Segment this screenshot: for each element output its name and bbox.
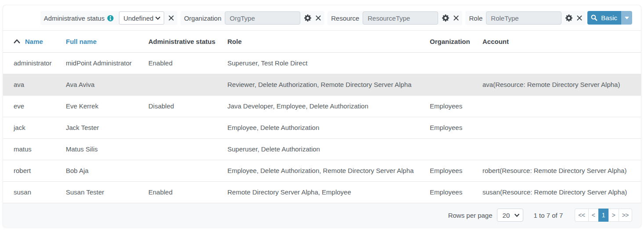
sort-ascending-icon[interactable] xyxy=(14,37,20,45)
pagination: << < 1 > >> xyxy=(575,209,632,222)
cell-role: Java Developer, Employee, Delete Authori… xyxy=(224,95,426,117)
table-row[interactable]: ava Ava Aviva Reviewer, Delete Authoriza… xyxy=(3,74,641,95)
cell-organization xyxy=(426,138,479,160)
cell-organization xyxy=(426,52,479,74)
column-header-account: Account xyxy=(479,31,641,52)
remove-resource-filter-button[interactable] xyxy=(453,15,459,21)
cell-administrative-status xyxy=(144,74,224,95)
column-header-organization: Organization xyxy=(426,31,479,52)
search-basic-button[interactable]: Basic xyxy=(587,11,621,25)
filter-organization: Organization xyxy=(180,11,324,25)
filter-role: Role xyxy=(465,11,586,25)
users-table-panel: Administrative status Undefined Organiza… xyxy=(3,5,641,227)
cell-full-name: midPoint Administrator xyxy=(61,52,144,74)
cell-name[interactable]: ava xyxy=(3,74,61,95)
search-split-button: Basic xyxy=(587,11,632,25)
cell-administrative-status: Enabled xyxy=(144,181,224,203)
caret-down-icon xyxy=(625,17,629,19)
cell-account xyxy=(479,117,641,138)
cell-role: Superuser, Delete Authorization xyxy=(224,138,426,160)
info-icon[interactable] xyxy=(107,15,114,22)
cell-role: Remote Directory Server Alpha, Employee xyxy=(224,181,426,203)
resource-filter-settings-button[interactable] xyxy=(442,14,449,22)
cell-role: Reviewer, Delete Authorization, Remote D… xyxy=(224,74,426,95)
cell-name[interactable]: robert xyxy=(3,160,61,181)
cell-role: Employee, Delete Authorization xyxy=(224,117,426,138)
table-header-row: Name Full name Administrative status Rol… xyxy=(3,31,641,52)
pagination-page-1-button[interactable]: 1 xyxy=(598,209,609,222)
search-filter-bar: Administrative status Undefined Organiza… xyxy=(3,5,641,31)
column-header-administrative-status: Administrative status xyxy=(144,31,224,52)
rows-per-page-select[interactable]: 20 xyxy=(497,209,523,222)
cell-account xyxy=(479,138,641,160)
cell-full-name: Susan Tester xyxy=(61,181,144,203)
cell-account xyxy=(479,95,641,117)
search-mode-label: Basic xyxy=(601,14,617,22)
role-filter-settings-button[interactable] xyxy=(565,14,572,22)
close-icon xyxy=(168,15,174,21)
filter-administrative-status-label: Administrative status xyxy=(44,14,104,22)
cell-full-name: Eve Kerrek xyxy=(61,95,144,117)
table-row[interactable]: susan Susan Tester Enabled Remote Direct… xyxy=(3,181,641,203)
cell-full-name: Jack Tester xyxy=(61,117,144,138)
pagination-next-button[interactable]: > xyxy=(608,209,619,222)
cell-administrative-status xyxy=(144,160,224,181)
cell-account xyxy=(479,52,641,74)
cell-name[interactable]: matus xyxy=(3,138,61,160)
cell-full-name: Bob Aja xyxy=(61,160,144,181)
cell-role: Employee, Delete Authorization, Remote D… xyxy=(224,160,426,181)
pagination-count-label: 1 to 7 of 7 xyxy=(534,212,563,219)
table-row[interactable]: matus Matus Silis Superuser, Delete Auth… xyxy=(3,138,641,160)
pagination-first-button[interactable]: << xyxy=(575,209,588,222)
cell-name[interactable]: susan xyxy=(3,181,61,203)
table-footer: Rows per page 20 1 to 7 of 7 << < 1 > >> xyxy=(3,203,641,227)
remove-administrative-status-filter-button[interactable] xyxy=(168,15,174,21)
pagination-last-button[interactable]: >> xyxy=(619,209,632,222)
cell-account: robert(Resource: Remote Directory Server… xyxy=(479,160,641,181)
organization-filter-settings-button[interactable] xyxy=(304,14,311,22)
gear-icon xyxy=(304,14,311,22)
table-row[interactable]: administrator midPoint Administrator Ena… xyxy=(3,52,641,74)
cell-account: ava(Resource: Remote Directory Server Al… xyxy=(479,74,641,95)
column-header-role: Role xyxy=(224,31,426,52)
cell-role: Superuser, Test Role Direct xyxy=(224,52,426,74)
close-icon xyxy=(576,15,583,21)
close-icon xyxy=(453,15,459,21)
cell-administrative-status xyxy=(144,117,224,138)
cell-administrative-status: Disabled xyxy=(144,95,224,117)
column-header-full-name-link[interactable]: Full name xyxy=(66,38,97,45)
filter-administrative-status: Administrative status Undefined xyxy=(40,11,177,25)
column-header-name-link[interactable]: Name xyxy=(25,38,43,45)
filter-resource: Resource xyxy=(327,11,462,25)
filter-role-label: Role xyxy=(469,14,482,22)
close-icon xyxy=(315,15,321,21)
cell-account: susan(Resource: Remote Directory Server … xyxy=(479,181,641,203)
cell-administrative-status: Enabled xyxy=(144,52,224,74)
cell-name[interactable]: eve xyxy=(3,95,61,117)
cell-organization: Employees xyxy=(426,160,479,181)
cell-organization: Employees xyxy=(426,117,479,138)
cell-full-name: Ava Aviva xyxy=(61,74,144,95)
administrative-status-select[interactable]: Undefined xyxy=(119,11,164,25)
table-row[interactable]: jack Jack Tester Employee, Delete Author… xyxy=(3,117,641,138)
filter-organization-label: Organization xyxy=(184,14,221,22)
cell-name[interactable]: jack xyxy=(3,117,61,138)
remove-organization-filter-button[interactable] xyxy=(315,15,321,21)
cell-organization: Employees xyxy=(426,181,479,203)
cell-full-name: Matus Silis xyxy=(61,138,144,160)
role-input[interactable] xyxy=(486,11,561,25)
remove-role-filter-button[interactable] xyxy=(576,15,583,21)
column-header-name: Name xyxy=(3,31,61,52)
resource-input[interactable] xyxy=(363,11,438,25)
filter-resource-label: Resource xyxy=(331,14,359,22)
table-row[interactable]: robert Bob Aja Employee, Delete Authoriz… xyxy=(3,160,641,181)
gear-icon xyxy=(565,14,572,22)
organization-input[interactable] xyxy=(225,11,300,25)
pagination-previous-button[interactable]: < xyxy=(588,209,599,222)
gear-icon xyxy=(442,14,449,22)
search-mode-dropdown-toggle[interactable] xyxy=(621,11,632,25)
table-row[interactable]: eve Eve Kerrek Disabled Java Developer, … xyxy=(3,95,641,117)
cell-name[interactable]: administrator xyxy=(3,52,61,74)
search-icon xyxy=(591,14,597,21)
rows-per-page-label: Rows per page xyxy=(448,212,493,219)
